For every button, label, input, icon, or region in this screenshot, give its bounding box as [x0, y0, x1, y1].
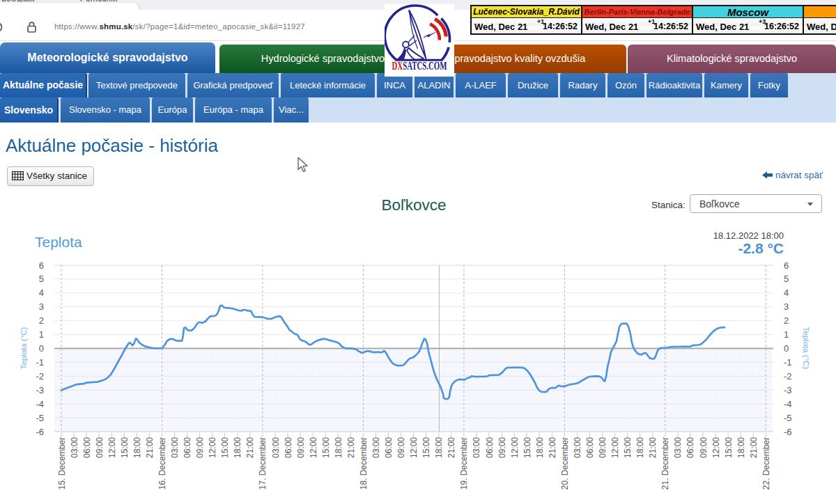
svg-text:12:00: 12:00	[107, 437, 117, 458]
svg-text:15:00: 15:00	[623, 437, 633, 458]
svg-text:4: 4	[784, 288, 789, 298]
svg-text:-1: -1	[784, 357, 792, 368]
svg-text:03:00: 03:00	[573, 437, 582, 458]
svg-text:16. December: 16. December	[157, 437, 167, 489]
svg-text:17. December: 17. December	[258, 437, 268, 489]
svg-text:09:00: 09:00	[497, 437, 507, 458]
svg-text:21:00: 21:00	[749, 437, 759, 458]
svg-text:06:00: 06:00	[284, 437, 293, 458]
svg-text:09:00: 09:00	[95, 437, 104, 458]
svg-text:15:00: 15:00	[724, 437, 734, 458]
svg-text:-5: -5	[784, 413, 792, 423]
svg-text:03:00: 03:00	[271, 437, 281, 458]
svg-text:5: 5	[39, 274, 44, 284]
svg-text:12:00: 12:00	[208, 437, 217, 458]
svg-text:1: 1	[39, 329, 44, 340]
svg-text:21:00: 21:00	[648, 437, 658, 458]
svg-text:21:00: 21:00	[346, 437, 356, 458]
svg-text:20. December: 20. December	[560, 437, 570, 489]
svg-text:2: 2	[39, 315, 44, 326]
svg-text:3: 3	[39, 301, 44, 312]
svg-text:21:00: 21:00	[447, 437, 456, 458]
svg-text:09:00: 09:00	[396, 437, 406, 458]
svg-text:18:00: 18:00	[132, 437, 142, 458]
svg-text:-3: -3	[36, 385, 44, 395]
svg-text:03:00: 03:00	[70, 437, 79, 458]
svg-text:18:00: 18:00	[434, 437, 444, 458]
svg-text:03:00: 03:00	[472, 437, 481, 458]
svg-text:09:00: 09:00	[699, 437, 709, 458]
svg-text:18:00: 18:00	[535, 437, 545, 458]
svg-text:12:00: 12:00	[409, 437, 419, 458]
svg-text:06:00: 06:00	[82, 437, 92, 458]
svg-text:18:00: 18:00	[233, 437, 242, 458]
svg-text:15:00: 15:00	[421, 437, 431, 458]
svg-text:18. December: 18. December	[359, 437, 369, 489]
svg-text:06:00: 06:00	[183, 437, 192, 458]
svg-text:-3: -3	[784, 385, 792, 395]
svg-text:0: 0	[784, 343, 789, 354]
svg-text:4: 4	[39, 288, 44, 298]
svg-text:3: 3	[784, 301, 789, 312]
svg-text:6: 6	[784, 260, 789, 271]
svg-text:15:00: 15:00	[220, 437, 230, 458]
svg-text:19. December: 19. December	[459, 437, 469, 489]
svg-text:12:00: 12:00	[610, 437, 620, 458]
svg-text:15:00: 15:00	[321, 437, 331, 458]
svg-text:21:00: 21:00	[145, 437, 155, 458]
svg-text:18:00: 18:00	[635, 437, 645, 458]
svg-text:18:00: 18:00	[334, 437, 343, 458]
svg-text:21:00: 21:00	[245, 437, 255, 458]
svg-text:12:00: 12:00	[309, 437, 318, 458]
svg-text:-4: -4	[36, 399, 44, 409]
svg-text:03:00: 03:00	[170, 437, 180, 458]
svg-text:Teplota (°C): Teplota (°C)	[20, 326, 28, 369]
svg-text:-5: -5	[36, 413, 44, 423]
svg-text:06:00: 06:00	[485, 437, 495, 458]
svg-text:06:00: 06:00	[384, 437, 394, 458]
svg-text:-4: -4	[784, 399, 792, 409]
svg-text:6: 6	[39, 260, 44, 271]
svg-text:12:00: 12:00	[711, 437, 721, 458]
svg-text:21:00: 21:00	[548, 437, 557, 458]
svg-text:06:00: 06:00	[585, 437, 595, 458]
svg-text:15. December: 15. December	[57, 437, 67, 489]
svg-text:09:00: 09:00	[296, 437, 306, 458]
svg-text:-6: -6	[36, 427, 44, 437]
svg-text:-2: -2	[784, 371, 792, 381]
svg-text:09:00: 09:00	[598, 437, 607, 458]
svg-text:03:00: 03:00	[371, 437, 381, 458]
svg-text:-1: -1	[36, 357, 44, 368]
svg-text:22. December: 22. December	[761, 437, 771, 489]
svg-text:03:00: 03:00	[673, 437, 683, 458]
svg-text:1: 1	[784, 329, 789, 340]
svg-text:Teplota (°C): Teplota (°C)	[802, 327, 810, 370]
svg-text:0: 0	[39, 343, 44, 354]
svg-text:2: 2	[784, 315, 789, 326]
svg-text:15:00: 15:00	[522, 437, 532, 458]
svg-text:21. December: 21. December	[660, 437, 670, 489]
svg-text:09:00: 09:00	[195, 437, 205, 458]
svg-text:06:00: 06:00	[686, 437, 695, 458]
svg-text:-2: -2	[36, 371, 44, 381]
svg-text:12:00: 12:00	[510, 437, 520, 458]
svg-text:-6: -6	[784, 427, 792, 437]
svg-text:5: 5	[784, 274, 789, 284]
svg-text:18:00: 18:00	[736, 437, 746, 458]
svg-text:15:00: 15:00	[120, 437, 130, 458]
